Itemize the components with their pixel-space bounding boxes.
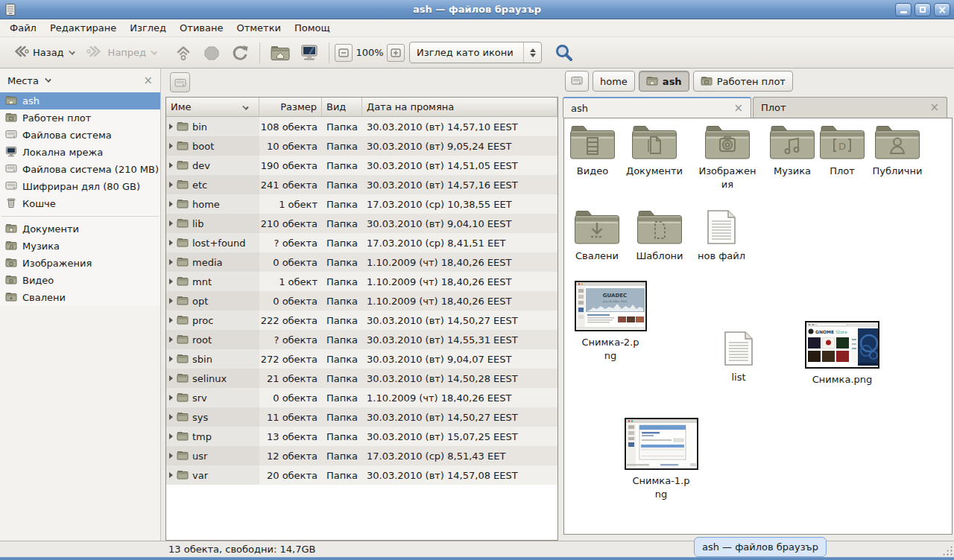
expander-icon[interactable] (169, 259, 173, 265)
tab-ash[interactable]: ash× (563, 97, 751, 118)
file-item-Снимка.png[interactable]: GNOMEStoreСнимка.png (803, 321, 881, 386)
expander-icon[interactable] (169, 124, 173, 130)
table-row[interactable]: sbin272 обектаПапка30.03.2010 (вт) 9,04,… (166, 349, 557, 369)
computer-button[interactable] (295, 41, 323, 64)
menu-item-Редактиране[interactable]: Редактиране (43, 19, 123, 36)
expander-icon[interactable] (169, 162, 173, 168)
sidebar-close-icon[interactable]: × (143, 75, 153, 86)
expander-icon[interactable] (169, 472, 173, 478)
table-row[interactable]: media0 обектаПапка 1.10.2009 (чт) 18,40,… (166, 252, 557, 272)
sidebar-item-Видео[interactable]: Видео (0, 272, 160, 289)
expander-icon[interactable] (169, 395, 173, 401)
close-icon[interactable]: × (733, 103, 743, 114)
reload-button[interactable] (226, 42, 254, 64)
menu-item-Отиване[interactable]: Отиване (173, 19, 230, 36)
menu-item-Отметки[interactable]: Отметки (230, 19, 287, 36)
home-button[interactable] (265, 42, 295, 64)
file-item-Плот[interactable]: DПлот (818, 124, 866, 178)
table-row[interactable]: srv0 обектаПапка 1.10.2009 (чт) 18,40,26… (166, 388, 557, 407)
expander-icon[interactable] (169, 433, 173, 439)
maximize-button[interactable] (914, 3, 931, 16)
sidebar-item-Локална мрежа[interactable]: Локална мрежа (0, 144, 160, 161)
table-row[interactable]: boot10 обектаПапка30.03.2010 (вт) 9,05,2… (166, 136, 557, 156)
menu-item-Файл[interactable]: Файл (3, 19, 43, 36)
table-row[interactable]: home1 обектПапка17.03.2010 (ср) 10,38,55… (166, 194, 557, 214)
sidebar-item-Изображения[interactable]: Изображения (0, 255, 160, 272)
file-item-Документи[interactable]: Документи (620, 124, 689, 178)
breadcrumb-home[interactable]: home (593, 71, 635, 92)
breadcrumb-Работен плот[interactable]: Работен плот (693, 71, 793, 92)
expander-icon[interactable] (169, 240, 173, 246)
sidebar-item-Файлова система (210 MB)[interactable]: Файлова система (210 MB) (0, 161, 160, 178)
expander-icon[interactable] (169, 337, 173, 343)
close-icon[interactable]: × (929, 102, 939, 113)
column-header-Размер[interactable]: Размер (259, 98, 322, 116)
back-button[interactable]: Назад (6, 41, 81, 64)
minimize-button[interactable] (895, 3, 912, 16)
table-row[interactable]: selinux21 обектаПапка30.03.2010 (вт) 14,… (166, 369, 557, 388)
file-item-Снимка-1.png[interactable]: Снимка-1.png (631, 418, 691, 500)
table-row[interactable]: usr12 обектаПапка17.03.2010 (ср) 8,51,43… (166, 446, 557, 465)
table-row[interactable]: opt0 обектаПапка 1.10.2009 (чт) 18,40,26… (166, 291, 557, 311)
sidebar-item-Музика[interactable]: Музика (0, 238, 160, 255)
up-button[interactable] (169, 42, 198, 64)
column-header-Дата на промяна[interactable]: Дата на промяна (362, 98, 557, 116)
stop-button[interactable] (198, 42, 226, 64)
file-item-нов файл[interactable]: нов файл (692, 209, 751, 263)
column-header-Вид[interactable]: Вид (322, 98, 362, 116)
sidebar-item-Свалени[interactable]: Свалени (0, 289, 160, 306)
menu-item-Помощ[interactable]: Помощ (288, 19, 337, 36)
column-header-Име[interactable]: Име (166, 98, 259, 116)
table-row[interactable]: lib210 обектаПапка30.03.2010 (вт) 9,04,1… (166, 214, 557, 233)
table-row[interactable]: etc241 обектаПапка30.03.2010 (вт) 14,57,… (166, 175, 557, 194)
file-item-Музика[interactable]: Музика (764, 124, 821, 178)
file-item-Свалени[interactable]: Свалени (567, 209, 627, 263)
expander-icon[interactable] (169, 356, 173, 362)
expander-icon[interactable] (169, 143, 173, 149)
expander-icon[interactable] (169, 279, 173, 284)
window-list-tooltip[interactable]: ash — файлов браузър (694, 537, 827, 557)
table-row[interactable]: sys11 обектаПапка30.03.2010 (вт) 14,50,2… (166, 407, 557, 427)
pane-toggle-button[interactable] (170, 72, 190, 92)
file-item-list[interactable]: list (716, 331, 761, 384)
forward-button[interactable]: Напред (81, 41, 163, 64)
expander-icon[interactable] (169, 220, 173, 226)
places-header[interactable]: Места × (0, 69, 160, 92)
table-row[interactable]: proc222 обектаПапка30.03.2010 (вт) 14,50… (166, 311, 557, 330)
file-item-Видео[interactable]: Видео (564, 124, 621, 178)
table-row[interactable]: mnt1 обектПапка 1.10.2009 (чт) 18,40,26 … (166, 272, 557, 291)
expander-icon[interactable] (169, 182, 173, 188)
file-item-Снимка-2.png[interactable]: GUADECJuly 24–30th, 2010Снимка-2.png (581, 281, 640, 362)
sidebar-item-Шифриран дял (80 GB)[interactable]: Шифриран дял (80 GB) (0, 178, 160, 195)
table-row[interactable]: tmp13 обектаПапка30.03.2010 (вт) 15,07,2… (166, 427, 557, 446)
zoom-out-button[interactable] (335, 44, 353, 62)
table-row[interactable]: root? обектаПапка30.03.2010 (вт) 14,55,3… (166, 330, 557, 349)
file-item-Изображения[interactable]: Изображения (696, 124, 759, 191)
expander-icon[interactable] (169, 298, 173, 304)
menu-item-Изглед[interactable]: Изглед (123, 19, 173, 36)
file-item-Публични[interactable]: Публични (866, 124, 929, 178)
expander-icon[interactable] (169, 414, 173, 420)
sidebar-item-ash[interactable]: ash (0, 92, 160, 109)
expander-icon[interactable] (169, 453, 173, 459)
tab-Плот[interactable]: Плот× (753, 97, 947, 118)
resize-grip[interactable] (942, 545, 953, 556)
table-row[interactable]: bin108 обектаПапка30.03.2010 (вт) 14,57,… (166, 117, 557, 136)
table-row[interactable]: lost+found? обектаПапка17.03.2010 (ср) 8… (166, 233, 557, 252)
sidebar-item-Документи[interactable]: Документи (0, 220, 160, 238)
breadcrumb-ash[interactable]: ash (639, 71, 689, 92)
sidebar-item-Кошче[interactable]: Кошче (0, 195, 160, 212)
expander-icon[interactable] (169, 317, 173, 323)
sidebar-item-Работен плот[interactable]: Работен плот (0, 109, 160, 127)
search-button[interactable] (549, 40, 579, 66)
table-row[interactable]: dev190 обектаПапка30.03.2010 (вт) 14,51,… (166, 156, 557, 175)
view-mode-select[interactable]: Изглед като икони (409, 42, 542, 63)
zoom-in-button[interactable] (387, 44, 405, 62)
close-button[interactable]: × (934, 3, 950, 16)
expander-icon[interactable] (169, 201, 173, 207)
breadcrumb-root[interactable] (565, 71, 589, 92)
table-row[interactable]: var20 обектаПапка30.03.2010 (вт) 14,57,0… (166, 465, 557, 485)
sidebar-item-Файлова система[interactable]: Файлова система (0, 127, 160, 144)
expander-icon[interactable] (169, 375, 173, 381)
file-item-Шаблони[interactable]: Шаблони (630, 209, 689, 263)
